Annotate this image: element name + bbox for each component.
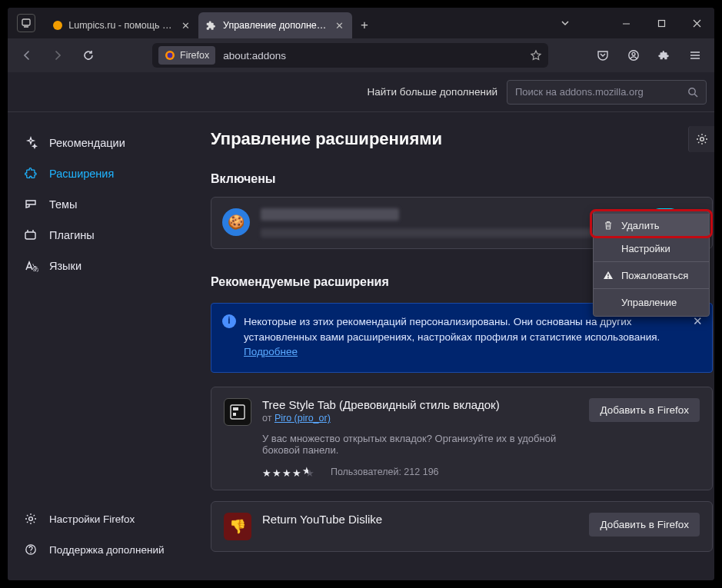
svg-rect-16: [233, 413, 236, 416]
maximize-button[interactable]: [644, 8, 679, 38]
tab-picker-icon: [22, 18, 31, 28]
svg-text:あ: あ: [33, 265, 38, 272]
extension-icon: 🍪: [222, 208, 250, 236]
search-icon: [687, 87, 698, 98]
puzzle-icon: [206, 19, 217, 32]
menu-item-settings[interactable]: Настройки: [594, 237, 709, 260]
app-menu-button[interactable]: [682, 42, 708, 68]
svg-rect-7: [25, 232, 35, 239]
tab-active[interactable]: Управление дополнениями ✕: [198, 12, 352, 38]
tabs-dropdown-icon[interactable]: [561, 18, 570, 28]
close-icon[interactable]: ✕: [181, 19, 191, 32]
sidebar-item-recommend[interactable]: Рекомендации: [15, 128, 192, 158]
tab-title: Управление дополнениями: [223, 20, 328, 31]
page-title: Управление расширениями: [211, 129, 442, 149]
tab-picker[interactable]: [8, 8, 45, 38]
menu-item-report[interactable]: Пожаловаться: [594, 264, 709, 287]
new-tab-button[interactable]: +: [352, 12, 377, 38]
trash-icon: [603, 220, 614, 231]
url-text: about:addons: [223, 50, 530, 61]
sidebar-addons-support[interactable]: Поддержка дополнений: [15, 534, 192, 565]
forward-button[interactable]: [45, 42, 71, 68]
addons-settings-button[interactable]: [688, 126, 714, 152]
menu-item-label: Настройки: [621, 243, 670, 254]
svg-point-5: [632, 52, 635, 55]
addon-author: от Piro (piro_or): [262, 413, 578, 424]
sidebar-item-label: Рекомендации: [49, 137, 125, 149]
menu-item-label: Удалить: [621, 220, 660, 231]
sidebar-item-languages[interactable]: あ Языки: [15, 251, 192, 281]
sidebar-firefox-settings[interactable]: Настройки Firefox: [15, 503, 192, 534]
svg-rect-1: [658, 20, 664, 26]
browser-window: Lumpics.ru - помощь с компь ✕ Управление…: [8, 8, 714, 580]
help-icon: [23, 542, 38, 557]
add-to-firefox-button[interactable]: Добавить в Firefox: [589, 398, 700, 422]
search-placeholder: Поиск на addons.mozilla.org: [515, 86, 644, 98]
minimize-button[interactable]: [608, 8, 644, 38]
favicon-icon: [52, 19, 62, 32]
extensions-button[interactable]: [651, 42, 677, 68]
tab-title: Lumpics.ru - помощь с компь: [68, 20, 174, 31]
close-window-button[interactable]: [679, 8, 714, 38]
nav-toolbar: Firefox about:addons: [8, 38, 714, 72]
menu-separator: [594, 288, 709, 289]
author-link[interactable]: Piro (piro_or): [274, 413, 331, 424]
svg-rect-0: [22, 19, 30, 25]
reload-button[interactable]: [75, 42, 101, 68]
bookmark-star-icon[interactable]: [530, 49, 542, 61]
add-to-firefox-button[interactable]: Добавить в Firefox: [589, 513, 700, 537]
notice-details-link[interactable]: Подробнее: [244, 346, 298, 357]
lang-icon: あ: [23, 258, 38, 274]
identity-label: Firefox: [180, 50, 209, 61]
sidebar-item-label: Настройки Firefox: [49, 513, 135, 525]
tab-inactive[interactable]: Lumpics.ru - помощь с компь ✕: [45, 12, 198, 38]
identity-badge[interactable]: Firefox: [158, 46, 215, 65]
extension-name-redacted: [261, 208, 399, 221]
brush-icon: [23, 197, 38, 212]
svg-point-13: [607, 277, 609, 278]
addon-title: Tree Style Tab (Древовидный стиль вкладо…: [262, 398, 578, 411]
firefox-icon: [165, 50, 175, 61]
search-input[interactable]: Поиск на addons.mozilla.org: [507, 80, 707, 105]
url-bar[interactable]: Firefox about:addons: [152, 43, 548, 68]
rating-stars: ★★★★★★: [262, 465, 315, 479]
close-icon[interactable]: ✕: [334, 19, 344, 32]
menu-item-label: Пожаловаться: [621, 270, 688, 281]
recommended-card: Tree Style Tab (Древовидный стиль вкладо…: [211, 387, 713, 490]
extension-context-menu: Удалить Настройки Пожаловаться: [593, 211, 710, 317]
addon-title: Return YouTube Dislike: [262, 513, 578, 526]
puzzle-icon: [23, 166, 38, 181]
notice-text: Некоторые из этих рекомендаций персонали…: [244, 316, 660, 343]
section-enabled-heading: Включены: [211, 172, 714, 186]
svg-rect-15: [233, 407, 238, 410]
addon-desc: У вас множество открытых вкладок? Органи…: [262, 433, 578, 456]
user-count: Пользователей: 212 196: [331, 467, 439, 477]
svg-point-3: [168, 53, 173, 58]
back-button[interactable]: [14, 42, 40, 68]
account-button[interactable]: [621, 42, 647, 68]
menu-item-remove[interactable]: Удалить: [594, 214, 709, 237]
warning-icon: [603, 270, 614, 281]
menu-item-manage[interactable]: Управление: [594, 291, 709, 314]
sidebar-item-label: Плагины: [49, 229, 95, 241]
titlebar: Lumpics.ru - помощь с компь ✕ Управление…: [8, 8, 714, 38]
sidebar-item-label: Языки: [49, 260, 82, 272]
svg-point-12: [700, 138, 704, 141]
tab-strip: Lumpics.ru - помощь с компь ✕ Управление…: [45, 8, 377, 38]
sidebar-item-label: Темы: [49, 198, 78, 211]
sidebar-item-plugins[interactable]: Плагины: [15, 220, 192, 251]
sidebar-item-themes[interactable]: Темы: [15, 189, 192, 220]
category-sidebar: Рекомендации Расширения Темы Плагины あ Я…: [8, 112, 200, 580]
pocket-button[interactable]: [590, 42, 616, 68]
sparkle-icon: [23, 135, 38, 151]
sidebar-item-label: Расширения: [49, 168, 114, 180]
search-label: Найти больше дополнений: [367, 86, 497, 98]
gear-icon: [23, 511, 38, 527]
main-panel: Управление расширениями Включены 🍪 •••: [200, 112, 714, 580]
addon-icon: 👎: [224, 513, 251, 540]
svg-point-9: [29, 517, 33, 521]
sidebar-item-extensions[interactable]: Расширения: [15, 158, 192, 189]
addon-icon: [224, 398, 251, 426]
menu-item-label: Управление: [621, 297, 677, 308]
plug-icon: [23, 228, 38, 243]
